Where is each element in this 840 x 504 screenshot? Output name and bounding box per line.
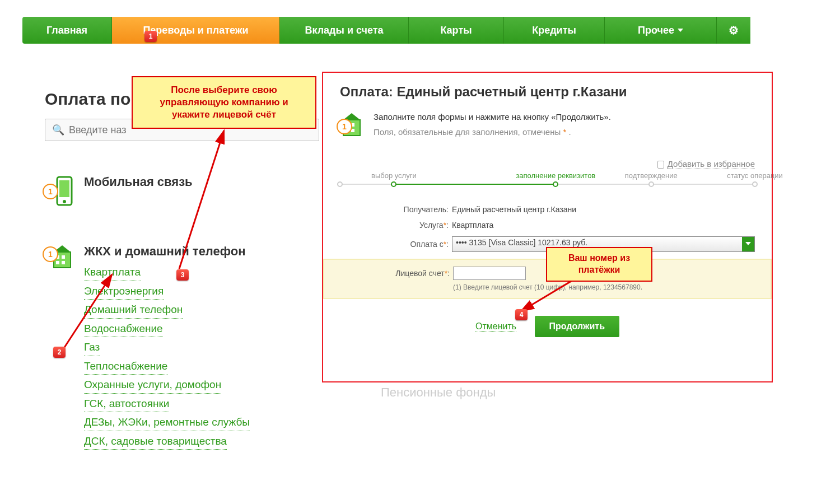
nav-payments[interactable]: Переводы и платежи — [112, 17, 280, 44]
link-security[interactable]: Охранные услуги, домофон — [84, 377, 221, 394]
panel-info-2: Поля, обязательные для заполнения, отмеч… — [374, 127, 611, 137]
panel-info-1: Заполните поля формы и нажмите на кнопку… — [374, 112, 611, 122]
marker-1: 1 — [144, 31, 157, 42]
marker-4: 4 — [515, 309, 528, 320]
actions-row: Отменить Продолжить — [340, 316, 755, 337]
favorites-row: Добавить в избранное — [340, 159, 755, 169]
link-dez[interactable]: ДЕЗы, ЖЭКи, ремонтные службы — [84, 414, 250, 431]
nav-deposits[interactable]: Вклады и счета — [280, 17, 409, 44]
panel-step-badge: 1 — [337, 119, 352, 134]
svg-rect-1 — [59, 180, 69, 197]
nav-home[interactable]: Главная — [22, 17, 112, 44]
main-nav: Главная Переводы и платежи Вклады и счет… — [22, 17, 818, 44]
link-heat[interactable]: Теплоснабжение — [84, 358, 167, 375]
nav-other[interactable]: Прочее — [605, 17, 717, 44]
gear-icon: ⚙ — [729, 24, 739, 37]
service-label: Услуга — [419, 221, 444, 230]
step-label-1: выбор услуги — [371, 171, 417, 180]
svg-point-2 — [63, 200, 66, 203]
search-icon: 🔍 — [52, 124, 64, 136]
bookmark-icon — [657, 161, 664, 169]
add-favorite-link[interactable]: Добавить в избранное — [668, 159, 755, 169]
recipient-value: Единый расчетный центр г.Казани — [452, 205, 755, 214]
payfrom-label: Оплата с — [410, 240, 444, 249]
progress-stepper: выбор услуги заполнение реквизитов подтв… — [340, 175, 755, 188]
chevron-down-icon — [745, 242, 751, 245]
card-select-value: •••• 3135 [Visa Classic] 10217.63 руб. — [456, 238, 587, 247]
arrow-3-to-callout — [151, 126, 241, 272]
step-label-4: статус операции — [727, 171, 783, 180]
row-service: Услуга*: Квартплата — [340, 221, 755, 230]
step-label-2: заполнение реквизитов — [516, 171, 595, 180]
svg-rect-7 — [56, 261, 59, 264]
step-badge-1b: 1 — [43, 246, 58, 262]
svg-line-16 — [179, 130, 224, 269]
nav-credits[interactable]: Кредиты — [504, 17, 605, 44]
faded-category: Пенсионные фонды — [381, 385, 496, 400]
callout-instruction-1: После выберите свою управляющую компанию… — [132, 76, 316, 129]
link-dsk[interactable]: ДСК, садовые товарищества — [84, 433, 227, 450]
panel-title: Оплата: Единый расчетный центр г.Казани — [340, 84, 755, 100]
payment-panel: Оплата: Единый расчетный центр г.Казани … — [322, 72, 773, 382]
nav-payments-label: Переводы и платежи — [143, 25, 248, 36]
nav-settings[interactable]: ⚙ — [717, 17, 750, 44]
svg-rect-6 — [62, 255, 65, 259]
marker-2: 2 — [53, 347, 66, 358]
link-garage[interactable]: ГСК, автостоянки — [84, 396, 169, 413]
chevron-down-icon — [678, 29, 683, 32]
account-label: Лицевой счет — [395, 269, 444, 278]
nav-cards[interactable]: Карты — [409, 17, 504, 44]
arrow-2-to-kvartplata — [56, 269, 134, 353]
recipient-label: Получатель: — [340, 205, 452, 214]
row-recipient: Получатель: Единый расчетный центр г.Каз… — [340, 205, 755, 214]
svg-rect-8 — [62, 261, 65, 264]
service-value: Квартплата — [452, 221, 755, 230]
marker-3: 3 — [176, 269, 189, 281]
cancel-link[interactable]: Отменить — [475, 321, 516, 332]
callout-instruction-2: Ваш номер из платёжки — [546, 247, 652, 282]
continue-button[interactable]: Продолжить — [535, 316, 619, 337]
nav-other-label: Прочее — [638, 25, 674, 36]
svg-line-15 — [62, 274, 112, 352]
step-label-3: подтверждение — [625, 171, 678, 180]
step-badge-1: 1 — [43, 184, 58, 199]
